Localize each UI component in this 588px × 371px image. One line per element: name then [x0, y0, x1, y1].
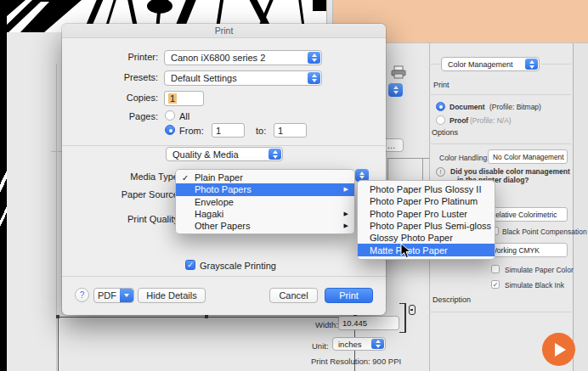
submenu-arrow-icon: ▶ — [344, 222, 348, 229]
group-line — [541, 64, 571, 65]
link-dimensions-icon[interactable] — [409, 305, 416, 315]
help-icon: ? — [80, 290, 85, 300]
print-button[interactable]: Print — [325, 288, 373, 303]
divider — [62, 145, 386, 146]
copies-input[interactable]: 1 — [164, 91, 204, 106]
stepper-icon — [308, 52, 320, 64]
color-handling-label: Color Handling: — [439, 154, 489, 162]
copies-value-selected: 1 — [168, 93, 177, 104]
hide-details-button[interactable]: Hide Details — [138, 288, 206, 303]
proof-profile: (Profile: N/A) — [470, 116, 512, 125]
check-icon: ✓ — [182, 173, 189, 183]
media-type-label: Media Type: — [62, 171, 181, 182]
bounds-handle[interactable] — [56, 315, 59, 318]
copies-label: Copies: — [62, 93, 158, 103]
pages-all-label: All — [179, 111, 189, 121]
photo-papers-submenu: Photo Paper Plus Glossy II Photo Paper P… — [357, 180, 495, 260]
menu-item-plain-paper[interactable]: ✓ Plain Paper — [176, 171, 354, 183]
unit-label: Unit: — [312, 341, 329, 351]
submenu-item-matte-photo-paper[interactable]: Matte Photo Paper — [358, 244, 495, 256]
submenu-item-pro-luster[interactable]: Photo Paper Pro Luster — [358, 208, 495, 220]
menu-item-other-papers[interactable]: Other Papers ▶ — [176, 220, 354, 232]
proof-radio[interactable] — [436, 115, 445, 125]
ellipsis-icon: … — [387, 141, 396, 150]
grayscale-checkbox[interactable]: ✓ — [185, 260, 195, 270]
color-management-select[interactable]: Color Management — [441, 57, 540, 71]
hidden-popup-stepper-icon[interactable] — [388, 83, 403, 97]
submenu-item-glossy-photo-paper[interactable]: Glossy Photo Paper — [358, 232, 495, 244]
simulate-paper-checkbox[interactable] — [491, 265, 500, 273]
stepper-icon — [525, 59, 538, 70]
right-edge-strip — [573, 43, 588, 371]
height-bracket — [404, 303, 406, 333]
preview-frame-line — [56, 64, 57, 371]
presets-select[interactable]: Default Settings — [164, 70, 322, 86]
settings-section-select[interactable]: Quality & Media — [166, 147, 283, 161]
divider — [429, 94, 571, 95]
warning-icon: ! — [436, 167, 445, 177]
page-to-input[interactable]: 1 — [274, 123, 307, 138]
screen: … Width: 10.445 Unit: inches Print Resol… — [0, 0, 588, 371]
print-heading: Print — [433, 81, 449, 89]
submenu-item-plus-semi-gloss[interactable]: Photo Paper Plus Semi-gloss — [358, 220, 495, 232]
warning-text-line1: Did you disable color management — [450, 167, 570, 176]
grayscale-label: Grayscale Printing — [200, 261, 276, 271]
page-from-input[interactable]: 1 — [212, 123, 245, 138]
simulate-paper-label: Simulate Paper Color — [505, 266, 574, 274]
divider — [429, 143, 571, 144]
proof-label: Proof — [449, 116, 468, 125]
chevron-down-icon — [120, 289, 133, 302]
group-line — [429, 64, 440, 65]
play-icon — [555, 343, 566, 357]
submenu-item-pro-platinum[interactable]: Photo Paper Pro Platinum — [358, 195, 495, 207]
play-button[interactable] — [542, 333, 575, 366]
description-heading: Description — [433, 295, 471, 304]
printer-label: Printer: — [62, 52, 158, 62]
dialog-title-bar[interactable]: Print — [62, 24, 386, 38]
menu-item-photo-papers[interactable]: Photo Papers ▶ — [176, 183, 354, 195]
dialog-title: Print — [215, 25, 234, 36]
bounds-handle[interactable] — [205, 315, 208, 318]
stepper-icon — [269, 149, 281, 160]
divider — [429, 312, 571, 312]
unit-select[interactable]: inches — [332, 337, 386, 351]
preview-outline — [422, 158, 423, 180]
pages-from-radio[interactable] — [165, 125, 175, 135]
document-profile: (Profile: Bitmap) — [489, 103, 541, 111]
preview-frame-line-h — [51, 151, 63, 152]
preview-outline — [387, 158, 388, 180]
presets-label: Presets: — [62, 72, 158, 82]
submenu-item-plus-glossy-ii[interactable]: Photo Paper Plus Glossy II — [358, 183, 495, 195]
printer-select[interactable]: Canon iX6800 series 2 — [164, 50, 322, 65]
stepper-icon — [308, 72, 320, 84]
pages-from-label: From: — [179, 126, 204, 136]
print-quality-label: Print Quality: — [62, 214, 181, 224]
pages-to-label: to: — [256, 126, 266, 136]
canvas-left-strip — [0, 0, 7, 371]
document-radio[interactable] — [436, 102, 445, 111]
width-input[interactable]: 10.445 — [338, 316, 399, 330]
menu-item-envelope[interactable]: Envelope — [176, 196, 354, 208]
document-label: Document — [449, 103, 485, 111]
options-heading: Options — [432, 128, 458, 137]
mouse-cursor — [400, 243, 411, 262]
help-button[interactable]: ? — [75, 288, 89, 302]
submenu-arrow-icon: ▶ — [344, 211, 348, 217]
height-bracket — [399, 332, 405, 333]
divider — [62, 276, 386, 277]
pages-all-radio[interactable] — [165, 110, 175, 121]
black-point-label: Black Point Compensation — [502, 228, 587, 236]
submenu-arrow-icon: ▶ — [344, 186, 348, 193]
simulate-black-label: Simulate Black Ink — [505, 281, 564, 289]
pages-label: Pages: — [62, 111, 158, 121]
stepper-icon — [371, 339, 384, 349]
cancel-button[interactable]: Cancel — [269, 288, 318, 303]
printer-icon — [391, 65, 406, 82]
simulate-black-checkbox[interactable]: ✓ — [491, 280, 500, 289]
media-type-menu: ✓ Plain Paper Photo Papers ▶ Envelope Ha… — [175, 169, 355, 234]
pdf-menu-button[interactable]: PDF — [93, 288, 134, 303]
menu-item-hagaki[interactable]: Hagaki ▶ — [176, 208, 354, 220]
paper-source-label: Paper Source: — [62, 189, 181, 200]
width-label: Width: — [315, 320, 338, 329]
color-handling-select[interactable]: No Color Management — [488, 149, 568, 164]
